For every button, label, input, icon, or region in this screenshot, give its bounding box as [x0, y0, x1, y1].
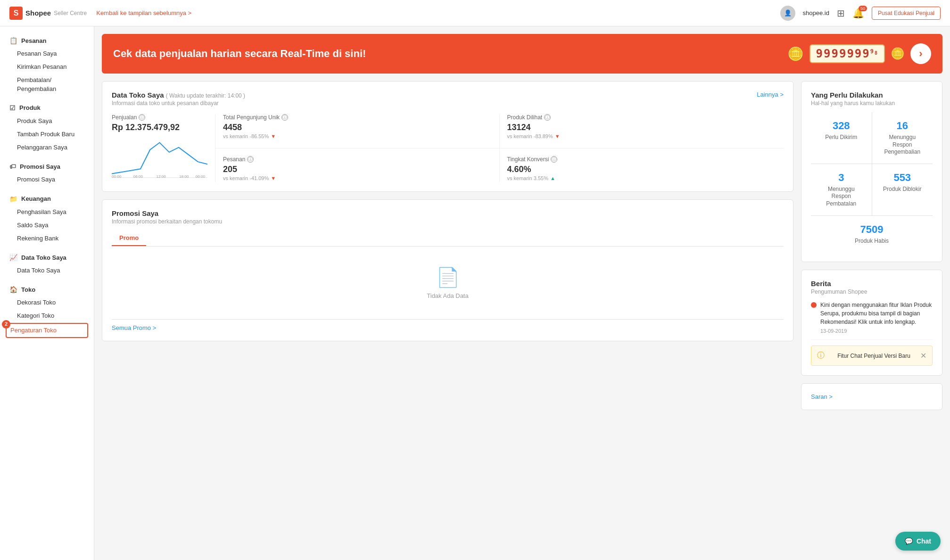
pesanan-info-icon[interactable]: ⓘ: [247, 156, 254, 163]
tab-promo[interactable]: Promo: [112, 231, 146, 246]
sidebar-item-promosi-saya[interactable]: Promosi Saya: [0, 173, 94, 186]
pengunjung-trend-icon: ▼: [271, 133, 276, 139]
sidebar-section-header-toko: 🏠 Toko: [0, 283, 94, 296]
konversi-info-icon[interactable]: ⓘ: [551, 156, 557, 163]
banner-text: Cek data penjualan harian secara Real-Ti…: [113, 48, 787, 60]
banner-number: 999999998: [810, 44, 885, 63]
notif-close-icon[interactable]: ✕: [920, 351, 926, 360]
sidebar-item-pembatalan[interactable]: Pembatalan/Pengembalian: [0, 74, 94, 95]
main-column: Data Toko Saya ( Waktu update terakhir: …: [102, 81, 793, 410]
data-toko-subtitle: Informasi data toko untuk pesanan dibaya…: [112, 100, 245, 107]
sidebar-item-tambah-produk[interactable]: Tambah Produk Baru: [0, 128, 94, 141]
news-date-0: 13-09-2019: [820, 328, 933, 334]
sidebar-section-header-keuangan: 📁 Keuangan: [0, 192, 94, 206]
svg-text:06:00: 06:00: [133, 174, 143, 179]
sidebar-item-pesanan-saya[interactable]: Pesanan Saya: [0, 47, 94, 60]
produk-label: Produk: [19, 104, 41, 111]
konversi-metric: Tingkat Konversi ⓘ 4.60% vs kemarin 3.55…: [500, 148, 784, 182]
promo-footer: Semua Promo >: [112, 319, 784, 331]
keuangan-icon: 📁: [9, 195, 17, 203]
todo-number-menunggu-pembatalan[interactable]: 3: [818, 172, 864, 184]
todo-number-perlu-dikirim[interactable]: 328: [818, 120, 864, 132]
toko-icon: 🏠: [9, 286, 17, 293]
promosi-subtitle: Informasi promosi berkaitan dengan tokom…: [112, 218, 222, 225]
chat-button[interactable]: 💬 Chat: [895, 532, 941, 551]
todo-item-menunggu-pembatalan: 3 Menunggu ResponPembatalan: [811, 164, 872, 215]
promosi-icon: 🏷: [9, 163, 16, 170]
todo-item-produk-diblokir: 553 Produk Diblokir: [872, 164, 933, 215]
produk-dilihat-vs: vs kemarin -83.89% ▼: [507, 133, 777, 139]
sidebar-item-penghasilan[interactable]: Penghasilan Saya: [0, 206, 94, 219]
todo-grid: 328 Perlu Dikirim 16 Menunggu ResponPeng…: [811, 112, 933, 252]
sidebar-section-header-pesanan: 📋 Pesanan: [0, 34, 94, 47]
todo-number-produk-diblokir[interactable]: 553: [880, 172, 925, 184]
right-metrics: Total Pengunjung Unik ⓘ 4458 vs kemarin …: [215, 114, 784, 182]
pesanan-trend-icon: ▼: [271, 175, 276, 181]
pengunjung-info-icon[interactable]: ⓘ: [281, 114, 288, 121]
data-toko-card-header: Data Toko Saya ( Waktu update terakhir: …: [112, 91, 784, 107]
saran-card: Saran >: [801, 383, 942, 410]
produk-icon: ☑: [9, 104, 16, 112]
pesanan-value: 205: [223, 165, 492, 174]
penjualan-value: Rp 12.375.479,92: [112, 123, 207, 132]
news-dot-icon: [811, 302, 817, 308]
data-toko-sidebar-label: Data Toko Saya: [21, 254, 66, 261]
logo: S Shopee Seller Centre: [9, 7, 87, 20]
data-toko-link[interactable]: Lainnya >: [757, 91, 784, 98]
produk-dilihat-info-icon[interactable]: ⓘ: [544, 114, 551, 121]
sidebar-item-pelanggaran[interactable]: Pelanggaran Saya: [0, 141, 94, 154]
data-toko-title-block: Data Toko Saya ( Waktu update terakhir: …: [112, 91, 245, 107]
avatar[interactable]: 👤: [780, 6, 795, 21]
berita-title: Berita: [811, 280, 933, 288]
todo-number-menunggu-respon[interactable]: 16: [880, 120, 925, 132]
sidebar-item-data-toko-saya[interactable]: Data Toko Saya: [0, 264, 94, 277]
bell-icon[interactable]: 🔔 50: [852, 8, 864, 19]
sidebar-item-pengaturan-toko[interactable]: 2 Pengaturan Toko: [6, 323, 88, 338]
penjualan-info-icon[interactable]: ⓘ: [139, 114, 145, 121]
keuangan-label: Keuangan: [21, 195, 51, 202]
grid-icon[interactable]: ⊞: [837, 8, 845, 19]
news-item-0: Kini dengan menggunakan fitur Iklan Prod…: [811, 295, 933, 340]
pengunjung-vs: vs kemarin -86.55% ▼: [223, 133, 492, 139]
two-col-layout: Data Toko Saya ( Waktu update terakhir: …: [102, 81, 942, 410]
data-toko-icon: 📈: [9, 254, 17, 261]
banner-arrow-button[interactable]: ›: [910, 43, 931, 64]
pesanan-label: Pesanan: [21, 37, 46, 44]
sidebar-section-produk: ☑ Produk Produk Saya Tambah Produk Baru …: [0, 101, 94, 155]
sidebar-item-saldo[interactable]: Saldo Saya: [0, 219, 94, 232]
seller-centre-label: Seller Centre: [54, 10, 87, 16]
sales-chart-container: Penjualan ⓘ Rp 12.375.479,92 00:00 06:00…: [112, 114, 215, 182]
promo-empty-text: Tidak Ada Data: [427, 292, 468, 299]
todo-item-perlu-dikirim: 328 Perlu Dikirim: [811, 112, 872, 164]
sidebar-badge: 2: [2, 320, 10, 329]
sidebar-item-produk-saya[interactable]: Produk Saya: [0, 115, 94, 128]
sidebar-item-rekening[interactable]: Rekening Bank: [0, 232, 94, 245]
promosi-title: Promosi Saya: [112, 209, 222, 217]
sidebar-section-header-promosi: 🏷 Promosi Saya: [0, 160, 94, 173]
saran-link[interactable]: Saran >: [811, 393, 933, 400]
banner[interactable]: Cek data penjualan harian secara Real-Ti…: [102, 34, 942, 74]
toko-label: Toko: [21, 286, 35, 293]
pesanan-icon: 📋: [9, 37, 17, 44]
yang-perlu-card: Yang Perlu Dilakukan Hal-hal yang harus …: [801, 81, 942, 262]
svg-text:12:00: 12:00: [156, 174, 166, 179]
yang-perlu-title: Yang Perlu Dilakukan: [811, 91, 933, 99]
sidebar-item-kirimkan-pesanan[interactable]: Kirimkan Pesanan: [0, 60, 94, 74]
coins-icon: 🪙: [787, 46, 804, 62]
pesanan-vs: vs kemarin -41.09% ▼: [223, 175, 492, 181]
chat-label: Chat: [917, 537, 931, 545]
edu-button[interactable]: Pusat Edukasi Penjual: [872, 7, 941, 20]
todo-number-produk-habis[interactable]: 7509: [818, 223, 925, 236]
back-link[interactable]: Kembali ke tampilan sebelumnya >: [96, 9, 191, 16]
notif-text: Fitur Chat Penjual Versi Baru: [837, 353, 910, 359]
todo-desc-menunggu-pembatalan: Menunggu ResponPembatalan: [818, 186, 864, 208]
todo-desc-menunggu-respon: Menunggu ResponPengembalian: [880, 134, 925, 156]
pengunjung-metric: Total Pengunjung Unik ⓘ 4458 vs kemarin …: [215, 114, 500, 148]
pesanan-metric: Pesanan ⓘ 205 vs kemarin -41.09% ▼: [215, 148, 500, 182]
chat-icon: 💬: [905, 537, 913, 545]
semua-promo-link[interactable]: Semua Promo >: [112, 324, 156, 331]
sidebar-item-kategori-toko[interactable]: Kategori Toko: [0, 309, 94, 322]
promo-empty-icon: 📄: [436, 266, 460, 288]
brand-name: Shopee: [25, 9, 51, 17]
sidebar-item-dekorasi-toko[interactable]: Dekorasi Toko: [0, 296, 94, 309]
